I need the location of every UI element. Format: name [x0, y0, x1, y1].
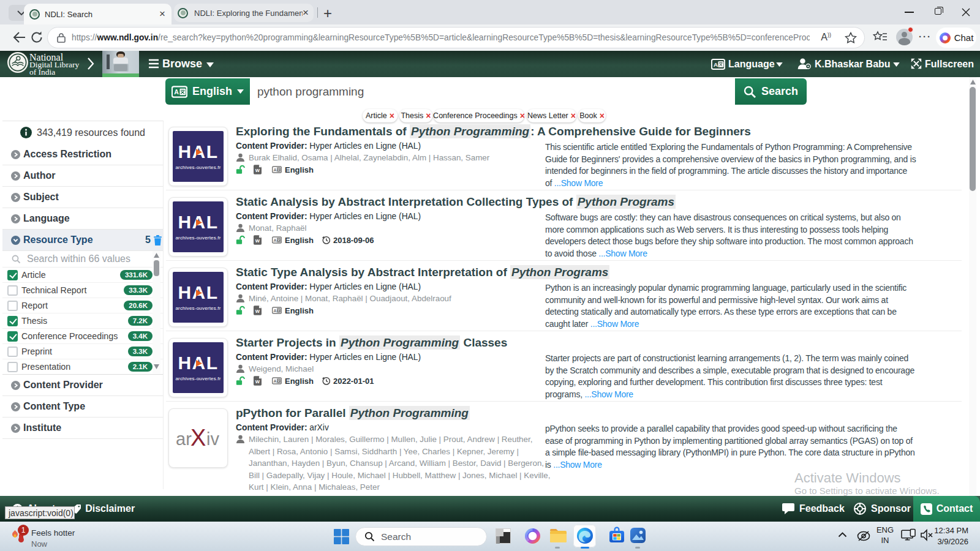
svg-text:W: W — [255, 379, 260, 384]
svg-text:A: A — [273, 168, 276, 172]
svg-text:A: A — [273, 309, 276, 313]
svg-text:A: A — [174, 88, 179, 96]
svg-text:A: A — [273, 379, 276, 383]
svg-text:W: W — [255, 309, 260, 314]
svg-text:W: W — [255, 168, 260, 173]
svg-text:A: A — [714, 61, 718, 68]
svg-text:A: A — [273, 238, 276, 242]
svg-text:W: W — [255, 238, 260, 244]
